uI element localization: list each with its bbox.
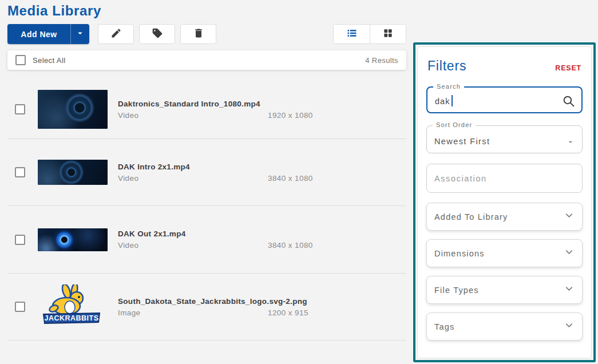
toolbar: Add New — [7, 24, 406, 44]
video-thumbnail[interactable] — [38, 90, 108, 129]
file-type: Video — [118, 174, 268, 183]
view-toggle — [333, 24, 406, 44]
grid-view-button[interactable] — [370, 25, 406, 43]
association-placeholder: Association — [427, 164, 582, 193]
chevron-down-icon — [564, 283, 575, 296]
accordion-added-to-library[interactable]: Added To Library — [426, 203, 583, 231]
chevron-down-icon — [564, 320, 575, 333]
file-dimensions: 1920 x 1080 — [268, 111, 406, 120]
file-type: Image — [118, 308, 268, 317]
chevron-down-icon — [564, 210, 575, 223]
file-dimensions: 1200 x 915 — [268, 308, 406, 317]
file-dimensions: 3840 x 1080 — [268, 174, 406, 183]
accordion-label: Tags — [434, 322, 454, 331]
media-row-1[interactable]: Daktronics_Standard Intro_1080.mp4 Video… — [7, 80, 406, 139]
chevron-down-icon — [564, 247, 575, 260]
sort-order-label: Sort Order — [433, 121, 476, 128]
file-name: DAK Out 2x1.mp4 — [118, 230, 406, 238]
filters-panel-inner: Filters RESET Search Sort Order Newest — [417, 46, 592, 358]
jackrabbits-logo-image[interactable]: JACKRABBITS — [41, 284, 104, 329]
delete-button[interactable] — [180, 24, 216, 44]
tag-button[interactable] — [139, 24, 175, 44]
reset-filters-button[interactable]: RESET — [555, 64, 581, 72]
jackrabbits-logo-text: JACKRABBITS — [44, 314, 98, 322]
media-info: South_Dakota_State_Jackrabbits_logo.svg-… — [113, 297, 406, 317]
row-checkbox[interactable] — [15, 167, 25, 177]
sort-order-value: Newest First — [427, 126, 582, 156]
filters-title: Filters — [427, 58, 466, 74]
row-checkbox[interactable] — [15, 235, 25, 245]
thumbnail-wrap: JACKRABBITS — [32, 284, 113, 329]
accordion-dimensions[interactable]: Dimensions — [426, 239, 583, 267]
page-title: Media Library — [7, 3, 406, 19]
edit-button[interactable] — [98, 24, 134, 44]
association-field[interactable]: Association — [426, 164, 583, 193]
add-new-dropdown-button[interactable] — [70, 24, 89, 44]
thumbnail-wrap — [32, 160, 113, 185]
accordion-label: Added To Library — [434, 212, 508, 221]
file-name: South_Dakota_State_Jackrabbits_logo.svg-… — [118, 297, 406, 306]
media-library-app: Media Library Add New — [0, 0, 598, 364]
accordion-label: File Types — [434, 286, 479, 295]
caret-down-icon — [75, 28, 85, 40]
media-info: DAK Out 2x1.mp4 Video 3840 x 1080 — [113, 230, 406, 250]
accordion-tags[interactable]: Tags — [426, 312, 583, 341]
video-thumbnail[interactable] — [38, 228, 108, 251]
thumbnail-wrap — [32, 228, 113, 251]
file-name: Daktronics_Standard Intro_1080.mp4 — [118, 100, 406, 108]
file-name: DAK Intro 2x1.mp4 — [118, 163, 406, 171]
filters-header: Filters RESET — [427, 58, 581, 74]
trash-icon — [193, 27, 204, 41]
file-type: Video — [118, 111, 268, 120]
accordion-file-types[interactable]: File Types — [426, 276, 583, 304]
file-dimensions: 3840 x 1080 — [268, 241, 406, 250]
video-thumbnail[interactable] — [38, 160, 108, 185]
list-view-button[interactable] — [334, 25, 370, 43]
select-all-bar: Select All 4 Results — [7, 50, 406, 70]
add-new-split-button: Add New — [7, 24, 89, 44]
caret-down-icon — [566, 137, 575, 149]
media-row-3[interactable]: DAK Out 2x1.mp4 Video 3840 x 1080 — [7, 206, 406, 274]
media-row-4[interactable]: JACKRABBITS South_Dakota_State_Jackrabbi… — [7, 274, 406, 341]
accordion-label: Dimensions — [434, 249, 485, 258]
row-checkbox[interactable] — [15, 104, 25, 114]
search-field-label: Search — [433, 83, 464, 90]
row-checkbox[interactable] — [15, 302, 25, 312]
search-input[interactable] — [427, 88, 554, 112]
select-all-checkbox[interactable] — [15, 55, 26, 65]
results-count: 4 Results — [365, 56, 398, 65]
grid-view-icon — [382, 27, 394, 41]
media-info: DAK Intro 2x1.mp4 Video 3840 x 1080 — [113, 163, 406, 183]
thumbnail-wrap — [32, 90, 113, 129]
text-cursor — [452, 95, 453, 106]
search-icon — [561, 101, 576, 110]
media-list: Daktronics_Standard Intro_1080.mp4 Video… — [7, 80, 406, 341]
tag-icon — [152, 27, 163, 41]
pencil-icon — [110, 27, 122, 41]
search-button[interactable] — [560, 93, 577, 111]
media-info: Daktronics_Standard Intro_1080.mp4 Video… — [113, 100, 406, 120]
sort-order-select[interactable]: Sort Order Newest First — [426, 125, 583, 153]
main-content: Media Library Add New — [7, 0, 406, 341]
file-type: Video — [118, 241, 268, 250]
list-view-icon — [346, 27, 358, 41]
media-row-2[interactable]: DAK Intro 2x1.mp4 Video 3840 x 1080 — [7, 139, 406, 206]
search-field: Search — [426, 86, 583, 113]
add-new-button[interactable]: Add New — [7, 24, 70, 44]
filters-panel: Filters RESET Search Sort Order Newest — [413, 42, 596, 362]
select-all-label: Select All — [33, 56, 65, 65]
